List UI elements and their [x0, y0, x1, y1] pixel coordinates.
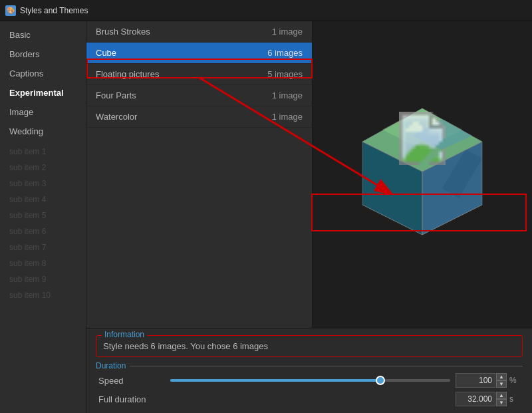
full-duration-decrement-button[interactable]: ▼ [496, 399, 507, 406]
style-row-brush-strokes[interactable]: Brush Strokes1 image [86, 21, 312, 43]
style-count-cube: 6 images [267, 48, 303, 58]
speed-decrement-button[interactable]: ▼ [496, 380, 507, 388]
speed-slider-container[interactable] [170, 379, 450, 382]
sidebar-item-image[interactable]: Image [0, 102, 86, 122]
information-label: Information [102, 330, 147, 339]
speed-row: Speed ▲ ▼ % [96, 373, 523, 388]
style-count-floating-pictures: 5 images [267, 69, 303, 79]
app-icon: 🎨 [5, 5, 16, 16]
full-duration-increment-button[interactable]: ▲ [496, 392, 507, 399]
top-section: Brush Strokes1 imageCube6 imagesFloating… [86, 21, 532, 328]
styles-list: Brush Strokes1 imageCube6 imagesFloating… [86, 21, 313, 328]
style-name-brush-strokes: Brush Strokes [96, 27, 150, 37]
sidebar-item-basic[interactable]: Basic [0, 25, 86, 45]
sidebar-item-wedding[interactable]: Wedding [0, 122, 86, 141]
sidebar-sub-item-2: sub item 2 [0, 160, 86, 176]
sidebar-sub-item-4: sub item 4 [0, 192, 86, 207]
information-text: Style needs 6 images. You chose 6 images [103, 341, 515, 351]
style-row-watercolor[interactable]: Watercolor1 image [86, 106, 312, 128]
content-area: Brush Strokes1 imageCube6 imagesFloating… [86, 21, 532, 413]
sidebar-item-borders[interactable]: Borders [0, 45, 86, 64]
speed-label: Speed [98, 376, 165, 386]
speed-slider-thumb [376, 376, 385, 385]
full-duration-label: Full duration [98, 394, 165, 404]
duration-label: Duration [96, 361, 523, 370]
style-row-floating-pictures[interactable]: Floating pictures5 images [86, 64, 312, 85]
sidebar-item-experimental[interactable]: Experimental [0, 83, 86, 102]
sidebar-item-captions[interactable]: Captions [0, 64, 86, 83]
sidebar-sub-item-8: sub item 8 [0, 255, 86, 271]
title-bar-text: Styles and Themes [20, 6, 88, 15]
style-row-cube[interactable]: Cube6 images [86, 43, 312, 64]
preview-area [313, 21, 532, 328]
style-row-four-parts[interactable]: Four Parts1 image [86, 85, 312, 106]
sidebar-sub-group: sub item 1 sub item 2 sub item 3 sub ite… [0, 144, 86, 303]
information-box: Information Style needs 6 images. You ch… [96, 335, 523, 357]
full-duration-value-input[interactable] [456, 392, 495, 406]
style-count-brush-strokes: 1 image [272, 27, 303, 37]
speed-slider-track[interactable] [170, 379, 450, 382]
speed-value-input[interactable] [456, 373, 495, 388]
sidebar: BasicBordersCaptionsExperimentalImageWed… [0, 21, 86, 413]
full-duration-unit: s [509, 394, 520, 404]
sidebar-sub-item-1: sub item 1 [0, 144, 86, 160]
sidebar-sub-item-10: sub item 10 [0, 287, 86, 303]
style-name-watercolor: Watercolor [96, 112, 137, 122]
style-name-four-parts: Four Parts [96, 90, 136, 100]
duration-box: Duration Speed ▲ ▼ [96, 361, 523, 406]
preview-image [313, 21, 532, 328]
style-name-floating-pictures: Floating pictures [96, 69, 159, 79]
title-bar: 🎨 Styles and Themes [0, 0, 532, 21]
sidebar-sub-item-5: sub item 5 [0, 207, 86, 223]
speed-unit: % [509, 376, 520, 385]
sidebar-sub-item-3: sub item 3 [0, 176, 86, 192]
sidebar-sub-item-9: sub item 9 [0, 271, 86, 287]
full-duration-row: Full duration ▲ ▼ s [96, 392, 523, 406]
speed-spinner: ▲ ▼ [496, 373, 507, 388]
sidebar-sub-item-7: sub item 7 [0, 239, 86, 255]
bottom-section: Information Style needs 6 images. You ch… [86, 328, 532, 413]
main-layout: BasicBordersCaptionsExperimentalImageWed… [0, 21, 532, 413]
sidebar-sub-item-6: sub item 6 [0, 223, 86, 239]
style-name-cube: Cube [96, 48, 116, 58]
style-count-four-parts: 1 image [272, 90, 303, 100]
full-duration-spinner: ▲ ▼ [496, 392, 507, 406]
style-count-watercolor: 1 image [272, 112, 303, 122]
speed-increment-button[interactable]: ▲ [496, 373, 507, 380]
speed-slider-fill [170, 379, 380, 382]
cube-preview-svg [342, 95, 502, 255]
